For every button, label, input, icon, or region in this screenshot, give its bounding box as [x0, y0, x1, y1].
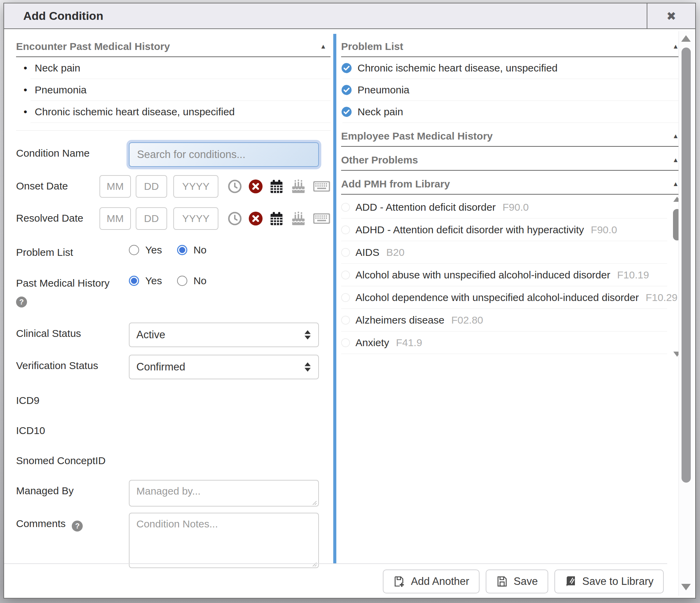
help-icon[interactable]: ?: [16, 297, 27, 307]
library-item-code: B20: [386, 247, 404, 258]
managed-by-row: Managed By: [16, 480, 331, 508]
comments-textarea[interactable]: [129, 513, 319, 568]
add-another-button[interactable]: Add Another: [383, 569, 480, 593]
snomed-row: Snomed ConceptID: [16, 450, 331, 465]
library-item[interactable]: Alzheimers disease F02.80: [341, 309, 667, 331]
check-circle-icon: [341, 106, 352, 117]
pmh-no-radio[interactable]: [177, 276, 187, 286]
verification-status-label: Verification Status: [16, 355, 129, 372]
resolved-date-row: Resolved Date: [16, 207, 331, 230]
problem-list-header: Problem List ▲: [341, 29, 683, 52]
check-circle-icon: [341, 84, 352, 95]
book-icon: [565, 575, 577, 588]
divider: [16, 130, 331, 131]
clear-date-icon[interactable]: [248, 211, 263, 226]
comments-label: Comments ?: [16, 513, 129, 532]
keyboard-entry-icon[interactable]: [313, 212, 331, 225]
save-plus-icon: [393, 575, 405, 588]
problem-list-yes-label: Yes: [145, 244, 162, 256]
save-to-library-button[interactable]: Save to Library: [554, 569, 664, 593]
onset-year-input[interactable]: [173, 175, 218, 198]
select-arrows-icon: [305, 330, 311, 340]
close-button[interactable]: ✖: [647, 3, 695, 28]
caret-up-icon[interactable]: ▲: [320, 43, 331, 50]
library-item[interactable]: ADD - Attention deficit disorder F90.0: [341, 196, 667, 219]
other-problems-section: Other Problems ▲: [341, 154, 683, 171]
modal-scrollbar[interactable]: [678, 31, 694, 596]
scrollbar-thumb[interactable]: [682, 48, 691, 483]
library-item-name: Alcohol abuse with unspecified alcohol-i…: [355, 269, 610, 281]
problem-item-label: Pneumonia: [358, 84, 409, 96]
library-item-code: F90.0: [502, 201, 529, 213]
other-problems-title: Other Problems: [341, 154, 418, 166]
managed-by-label: Managed By: [16, 480, 129, 497]
clinical-status-select[interactable]: Active: [129, 323, 319, 347]
add-pmh-library-title: Add PMH from Library: [341, 178, 450, 190]
bullet-icon: •: [24, 62, 27, 74]
save-button[interactable]: Save: [486, 569, 548, 593]
save-icon: [496, 575, 508, 588]
library-item-name: AIDS: [355, 247, 379, 258]
problem-list-row: Problem List Yes No: [16, 241, 331, 259]
managed-by-textarea[interactable]: [129, 480, 319, 507]
clear-date-icon[interactable]: [248, 179, 263, 194]
keyboard-entry-icon[interactable]: [313, 180, 331, 193]
library-item[interactable]: Anxiety F41.9: [341, 331, 667, 354]
library-list: ADD - Attention deficit disorder F90.0 A…: [341, 196, 683, 354]
library-item[interactable]: Alcohol abuse with unspecified alcohol-i…: [341, 264, 667, 286]
onset-day-input[interactable]: [136, 175, 167, 198]
onset-date-row: Onset Date: [16, 175, 331, 198]
problem-list-items: Chronic ischemic heart disease, unspecif…: [341, 57, 683, 123]
current-time-icon[interactable]: [227, 211, 242, 226]
library-item[interactable]: Alcohol dependence with unspecified alco…: [341, 286, 667, 309]
pmh-yes-label: Yes: [145, 275, 162, 287]
problem-list-yes-radio[interactable]: [129, 245, 139, 255]
library-item-radio[interactable]: [341, 248, 350, 257]
verification-status-value: Confirmed: [130, 361, 318, 373]
pmh-list-item: • Pneumonia: [16, 79, 331, 101]
library-item-radio[interactable]: [341, 271, 350, 279]
library-item-code: F90.0: [591, 224, 617, 236]
calendar-icon[interactable]: [269, 179, 284, 194]
scroll-down-icon[interactable]: [681, 584, 691, 590]
encounter-pmh-list: • Neck pain • Pneumonia • Chronic ischem…: [16, 57, 331, 123]
library-item-name: Anxiety: [355, 337, 389, 349]
library-item[interactable]: AIDS B20: [341, 241, 667, 264]
problem-list-no-radio[interactable]: [177, 245, 187, 255]
library-item-radio[interactable]: [341, 293, 350, 302]
library-item-radio[interactable]: [341, 316, 350, 325]
onset-month-input[interactable]: [99, 175, 131, 198]
comments-row: Comments ?: [16, 513, 331, 569]
resolved-day-input[interactable]: [136, 207, 167, 230]
onset-date-label: Onset Date: [16, 175, 99, 192]
resolved-month-input[interactable]: [99, 207, 131, 230]
birthday-cake-icon[interactable]: [290, 179, 307, 194]
problem-list-item[interactable]: Pneumonia: [341, 79, 683, 101]
calendar-icon[interactable]: [269, 211, 284, 226]
footer-actions: Add Another Save Save to Library: [383, 569, 664, 593]
library-item-code: F41.9: [396, 337, 422, 349]
problem-list-item[interactable]: Neck pain: [341, 101, 683, 123]
birthday-cake-icon[interactable]: [290, 211, 307, 226]
scroll-up-icon[interactable]: [681, 35, 691, 42]
past-medical-history-label: Past Medical History ?: [16, 272, 129, 307]
resolved-year-input[interactable]: [173, 207, 218, 230]
help-icon[interactable]: ?: [72, 521, 83, 532]
library-item-radio[interactable]: [341, 203, 350, 212]
snomed-label: Snomed ConceptID: [16, 450, 129, 467]
pmh-yes-radio[interactable]: [129, 276, 139, 286]
bullet-icon: •: [24, 84, 27, 96]
left-panel: Encounter Past Medical History ▲ • Neck …: [16, 29, 331, 569]
library-item-radio[interactable]: [341, 225, 350, 234]
library-item-name: Alzheimers disease: [355, 314, 444, 326]
current-time-icon[interactable]: [227, 179, 242, 194]
problem-list-item[interactable]: Chronic ischemic heart disease, unspecif…: [341, 57, 683, 79]
library-item-radio[interactable]: [341, 338, 350, 347]
check-circle-icon: [341, 63, 352, 74]
condition-search-input[interactable]: [129, 142, 319, 167]
library-item-code: F10.19: [617, 269, 649, 281]
library-item-name: ADD - Attention deficit disorder: [355, 201, 496, 213]
pmh-list-item: • Neck pain: [16, 57, 331, 79]
verification-status-select[interactable]: Confirmed: [129, 355, 319, 379]
library-item[interactable]: ADHD - Attention deficit disorder with h…: [341, 219, 667, 241]
